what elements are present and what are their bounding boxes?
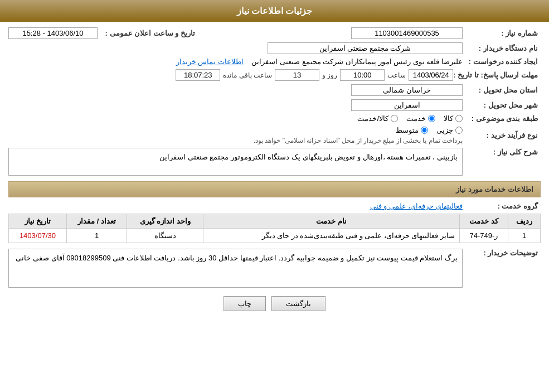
shahr-box: اسفراین xyxy=(351,99,463,111)
cell-nam: سایر فعالیتهای حرفه‌ای، علمی و فنی طبقه‌… xyxy=(203,229,460,243)
kala-radio-item[interactable]: کالا xyxy=(444,114,463,123)
motevaset-radio-label: متوسط xyxy=(396,126,419,134)
kala-radio-input[interactable] xyxy=(455,115,463,122)
grooh-khadamat-label: گروه خدمت : xyxy=(463,202,541,210)
sharh-value: بازبینی ، تعمیرات هسته ،اورهال و تعویض ب… xyxy=(8,148,463,176)
kala-khadamat-radio-label: کالا/خدمت xyxy=(357,114,388,123)
shahr-row: شهر محل تحویل : اسفراین xyxy=(8,99,541,111)
grooh-khadamat-value: فعالیتهای حرفه‌ای، علمی و فنی xyxy=(8,202,463,210)
khadamat-radio-input[interactable] xyxy=(428,115,435,122)
jozei-radio-label: جزیی xyxy=(436,126,453,134)
nam-dasgah-value: شرکت مجتمع صنعتی اسفراین xyxy=(8,42,463,54)
section-khadamat-title: اطلاعات خدمات مورد نیاز xyxy=(8,181,541,197)
cell-tarikh: 1403/07/30 xyxy=(9,229,67,243)
jozei-radio-item[interactable]: جزیی xyxy=(436,126,463,134)
tabaghebandi-row: طبقه بندی موضوعی : کالا خدمت کالا/خدمت xyxy=(8,114,541,123)
noe-farayand-value: جزیی متوسط پرداخت تمام یا بخشی از مبلغ خ… xyxy=(8,126,463,144)
col-tedad: تعداد / مقدار xyxy=(66,214,127,229)
shahr-label: شهر محل تحویل : xyxy=(463,101,541,109)
buyer-notes-row: توضیحات خریدار : برگ استعلام قیمت پیوست … xyxy=(8,249,541,288)
ijad-konande-label: ایجاد کننده درخواست : xyxy=(463,57,541,66)
shomare-niaz-row: شماره نیاز : 1103001469000535 تاریخ و سا… xyxy=(8,27,541,39)
shomare-niaz-value: 1103001469000535 xyxy=(203,27,463,39)
col-tarikh: تاریخ نیاز xyxy=(9,214,67,229)
services-table: ردیف کد خدمت نام خدمت واحد اندازه گیری ت… xyxy=(8,214,541,243)
buyer-notes-box: برگ استعلام قیمت پیوست نیز تکمیل و ضمیمه… xyxy=(8,249,463,288)
cell-kod: ز-749-74 xyxy=(460,229,508,243)
farayand-note: پرداخت تمام یا بخشی از مبلغ خریدار از مح… xyxy=(8,137,463,144)
rooz-label: روز و xyxy=(322,71,337,79)
tabaghebandi-radios: کالا خدمت کالا/خدمت xyxy=(8,114,463,123)
col-radif: ردیف xyxy=(508,214,540,229)
mohlat-row: مهلت ارسال پاسخ: تا تاریخ : 1403/06/24 س… xyxy=(8,69,541,81)
tarikh-announce-value: 1403/06/10 - 15:28 xyxy=(8,27,98,39)
saet-box: 10:00 xyxy=(340,69,385,81)
sharh-row: شرح کلی نیاز : بازبینی ، تعمیرات هسته ،ا… xyxy=(8,148,541,176)
ostan-label: استان محل تحویل : xyxy=(463,86,541,94)
tarikh-announce-label: تاریخ و ساعت اعلان عمومی : xyxy=(98,29,198,37)
services-table-head: ردیف کد خدمت نام خدمت واحد اندازه گیری ت… xyxy=(9,214,541,229)
kala-khadamat-radio-input[interactable] xyxy=(391,115,398,122)
nam-dasgah-row: نام دستگاه خریدار : شرکت مجتمع صنعتی اسف… xyxy=(8,42,541,54)
ijad-konande-row: ایجاد کننده درخواست : علیرضا قلعه نوی رئ… xyxy=(8,57,541,66)
baqi-box: 18:07:23 xyxy=(176,69,220,81)
grooh-khadamat-link[interactable]: فعالیتهای حرفه‌ای، علمی و فنی xyxy=(370,202,463,210)
saet-label: ساعت xyxy=(387,71,406,79)
sharh-label: شرح کلی نیاز : xyxy=(463,148,541,156)
page-title: جزئیات اطلاعات نیاز xyxy=(237,6,313,16)
jozei-radio-input[interactable] xyxy=(455,127,463,134)
ostan-box: خراسان شمالی xyxy=(351,84,463,96)
shomare-niaz-label: شماره نیاز : xyxy=(463,29,541,37)
ostan-row: استان محل تحویل : خراسان شمالی xyxy=(8,84,541,96)
rooz-box: 13 xyxy=(275,69,319,81)
cell-vahed: دستگاه xyxy=(127,229,203,243)
buyer-notes-value: برگ استعلام قیمت پیوست نیز تکمیل و ضمیمه… xyxy=(8,249,463,288)
col-kod: کد خدمت xyxy=(460,214,508,229)
ijad-konande-link[interactable]: اطلاعات تماس خریدار xyxy=(176,57,244,66)
buttons-row: بازگشت چاپ xyxy=(8,296,541,311)
content-area: شماره نیاز : 1103001469000535 تاریخ و سا… xyxy=(0,22,549,325)
baqi-label: ساعت باقی مانده xyxy=(223,71,272,79)
shomare-niaz-box: 1103001469000535 xyxy=(351,27,463,39)
ostan-value: خراسان شمالی xyxy=(8,84,463,96)
services-table-header-row: ردیف کد خدمت نام خدمت واحد اندازه گیری ت… xyxy=(9,214,541,229)
nam-dasgah-box: شرکت مجتمع صنعتی اسفراین xyxy=(268,42,463,54)
nam-dasgah-label: نام دستگاه خریدار : xyxy=(463,44,541,52)
kala-radio-label: کالا xyxy=(444,114,453,123)
noe-farayand-row: نوع فرآیند خرید : جزیی متوسط پرداخت تمام… xyxy=(8,126,541,144)
services-table-body: 1 ز-749-74 سایر فعالیتهای حرفه‌ای، علمی … xyxy=(9,229,541,243)
page-container: جزئیات اطلاعات نیاز شماره نیاز : 1103001… xyxy=(0,0,549,392)
motevaset-radio-input[interactable] xyxy=(421,127,428,134)
mohlat-label: مهلت ارسال پاسخ: تا تاریخ : xyxy=(453,71,541,79)
buyer-notes-label: توضیحات خریدار : xyxy=(463,249,541,257)
table-row: 1 ز-749-74 سایر فعالیتهای حرفه‌ای، علمی … xyxy=(9,229,541,243)
noe-farayand-label: نوع فرآیند خرید : xyxy=(463,131,541,139)
motevaset-radio-item[interactable]: متوسط xyxy=(396,126,428,134)
page-header: جزئیات اطلاعات نیاز xyxy=(0,0,549,22)
farayand-radios: جزیی متوسط xyxy=(8,126,463,134)
grooh-khadamat-row: گروه خدمت : فعالیتهای حرفه‌ای، علمی و فن… xyxy=(8,202,541,210)
btn-back[interactable]: بازگشت xyxy=(271,296,325,311)
btn-print[interactable]: چاپ xyxy=(224,296,266,311)
ijad-konande-value: علیرضا قلعه نوی رئیس امور پیمانکاران شرک… xyxy=(8,57,463,66)
col-vahed: واحد اندازه گیری xyxy=(127,214,203,229)
sharh-box: بازبینی ، تعمیرات هسته ،اورهال و تعویض ب… xyxy=(8,148,463,176)
col-nam: نام خدمت xyxy=(203,214,460,229)
cell-radif: 1 xyxy=(508,229,540,243)
cell-tedad: 1 xyxy=(66,229,127,243)
kala-khadamat-radio-item[interactable]: کالا/خدمت xyxy=(357,114,398,123)
mohlat-values: 1403/06/24 ساعت 10:00 روز و 13 ساعت باقی… xyxy=(8,69,453,81)
date-box: 1403/06/24 xyxy=(409,69,453,81)
buyer-notes-text: برگ استعلام قیمت پیوست نیز تکمیل و ضمیمه… xyxy=(16,254,458,262)
ijad-konande-text: علیرضا قلعه نوی رئیس امور پیمانکاران شرک… xyxy=(251,57,463,66)
khadamat-radio-item[interactable]: خدمت xyxy=(406,114,435,123)
tabaghebandi-label: طبقه بندی موضوعی : xyxy=(463,114,541,123)
khadamat-radio-label: خدمت xyxy=(406,114,426,123)
shahr-value: اسفراین xyxy=(8,99,463,111)
